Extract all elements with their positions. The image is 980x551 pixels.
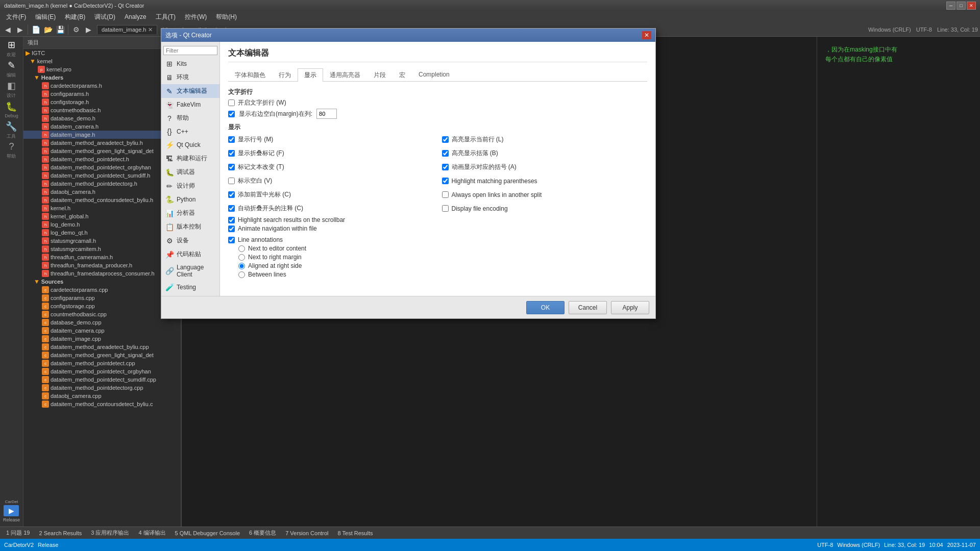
activity-welcome[interactable]: ⊞ 欢迎 bbox=[2, 39, 21, 58]
tree-dataitem-method-green-h[interactable]: hdataitem_method_green_light_signal_det bbox=[23, 147, 181, 155]
tree-kernel[interactable]: ▼ kernel bbox=[23, 57, 181, 65]
tree-countmethodbasic-cpp[interactable]: ccountmethodbasic.cpp bbox=[23, 310, 181, 318]
bottom-tab-version[interactable]: 7 Version Control bbox=[281, 529, 332, 537]
activity-debug[interactable]: 🐛 Debug bbox=[2, 100, 21, 119]
menu-analyze[interactable]: Analyze bbox=[120, 12, 151, 21]
tree-configstorage-cpp[interactable]: cconfigstorage.cpp bbox=[23, 302, 181, 310]
tree-statusmgrcamall-h[interactable]: hstatusmgrcamall.h bbox=[23, 237, 181, 245]
tree-sources[interactable]: ▼ Sources bbox=[23, 278, 181, 286]
tree-log-demo-h[interactable]: hlog_demo.h bbox=[23, 220, 181, 229]
gaoliang-checkbox[interactable] bbox=[442, 136, 449, 143]
nav-cpp[interactable]: {} C++ bbox=[161, 125, 219, 138]
next-to-margin-radio[interactable] bbox=[238, 254, 245, 261]
tree-dataitem-method-point-org-h[interactable]: hdataitem_method_pointdetect_orgbyhan bbox=[23, 163, 181, 171]
tree-kernel-h[interactable]: hkernel.h bbox=[23, 204, 181, 212]
activity-design[interactable]: ◧ 设计 bbox=[2, 80, 21, 99]
aligned-right-radio[interactable] bbox=[238, 263, 245, 269]
toolbar-build-button[interactable]: ⚙ bbox=[70, 24, 82, 35]
tab-macros[interactable]: 宏 bbox=[393, 68, 412, 82]
activity-help[interactable]: ? 帮助 bbox=[2, 141, 21, 160]
apply-button[interactable]: Apply bbox=[611, 301, 649, 314]
tree-dataitem-method-point-sum-h[interactable]: hdataitem_method_pointdetect_sumdiff.h bbox=[23, 171, 181, 180]
tree-dataitem-method-point-h[interactable]: hdataitem_method_pointdetect.h bbox=[23, 155, 181, 163]
highlight-search-checkbox[interactable] bbox=[228, 217, 235, 223]
zheshu-checkbox[interactable] bbox=[228, 150, 235, 157]
tree-dataitem-contours-cpp[interactable]: cdataitem_method_contoursdetect_byliu.c bbox=[23, 400, 181, 408]
activity-tools[interactable]: 🔧 工具 bbox=[2, 120, 21, 140]
tree-kernel-global-h[interactable]: hkernel_global.h bbox=[23, 212, 181, 220]
tree-dataitem-method-area-cpp[interactable]: cdataitem_method_areadetect_byliu.cpp bbox=[23, 343, 181, 351]
nav-environment[interactable]: 🖥 环境 bbox=[161, 70, 219, 84]
kai-wenzi-checkbox[interactable] bbox=[228, 99, 235, 106]
display-file-encoding-checkbox[interactable] bbox=[442, 205, 449, 212]
tree-configparams-cpp[interactable]: cconfigparams.cpp bbox=[23, 294, 181, 302]
tree-configstorage-h[interactable]: hconfigstorage.h bbox=[23, 98, 181, 106]
bottom-tab-app-output[interactable]: 3 应用程序输出 bbox=[87, 528, 133, 538]
margin-value-input[interactable] bbox=[316, 109, 337, 119]
menu-controls[interactable]: 控件(W) bbox=[181, 12, 211, 22]
nav-help[interactable]: ? 帮助 bbox=[161, 111, 219, 125]
nav-build-run[interactable]: 🏗 构建和运行 bbox=[161, 152, 219, 165]
tree-log-demo-qt-h[interactable]: hlog_demo_qt.h bbox=[23, 229, 181, 237]
donghua-checkbox[interactable] bbox=[442, 164, 449, 170]
nav-python[interactable]: 🐍 Python bbox=[161, 193, 219, 206]
nav-fakevim[interactable]: 👻 FakeVim bbox=[161, 98, 219, 111]
tab-font-colors[interactable]: 字体和颜色 bbox=[228, 68, 272, 82]
menu-help[interactable]: 帮助(H) bbox=[212, 12, 241, 22]
maximize-button[interactable]: □ bbox=[957, 2, 966, 10]
tree-dataitem-method-green-cpp[interactable]: cdataitem_method_green_light_signal_det bbox=[23, 351, 181, 359]
tree-igtc[interactable]: ▶ IGTC bbox=[23, 49, 181, 57]
biaoshi-konbai-checkbox[interactable] bbox=[228, 178, 235, 184]
menu-edit[interactable]: 编辑(E) bbox=[31, 12, 60, 22]
tree-database-demo-cpp[interactable]: cdatabase_demo.cpp bbox=[23, 318, 181, 327]
tab-generic-highlight[interactable]: 通用高亮器 bbox=[323, 68, 367, 82]
tree-dataitem-method-pointdetector-cpp[interactable]: cdataitem_method_pointdetectorg.cpp bbox=[23, 384, 181, 392]
toolbar-save-button[interactable]: 💾 bbox=[55, 24, 66, 35]
tree-dataitem-camera-cpp[interactable]: cdataitem_camera.cpp bbox=[23, 327, 181, 335]
filter-input[interactable] bbox=[163, 46, 217, 55]
tree-dataitem-image-cpp[interactable]: cdataitem_image.cpp bbox=[23, 335, 181, 343]
gaoliang-tupian-checkbox[interactable] bbox=[442, 150, 449, 157]
nav-language-client[interactable]: 🔗 Language Client bbox=[161, 261, 219, 281]
tree-threadfun-framedata-h[interactable]: hthreadfun_framedata_producer.h bbox=[23, 261, 181, 269]
tree-threadfun-cameramain-h[interactable]: hthreadfun_cameramain.h bbox=[23, 253, 181, 261]
nav-designer[interactable]: ✏ 设计师 bbox=[161, 179, 219, 193]
bottom-tab-compile[interactable]: 4 编译输出 bbox=[134, 528, 169, 538]
animate-navigation-checkbox[interactable] bbox=[228, 226, 235, 232]
tree-dataitem-contours-h[interactable]: hdataitem_method_contoursdetect_byliu.h bbox=[23, 196, 181, 204]
dialog-close-button[interactable]: ✕ bbox=[642, 31, 651, 39]
cancel-button[interactable]: Cancel bbox=[569, 301, 607, 314]
tree-dataitem-method-point-cpp[interactable]: cdataitem_method_pointdetect.cpp bbox=[23, 359, 181, 367]
ok-button[interactable]: OK bbox=[526, 301, 565, 314]
tree-threadfun-framedataprocess-h[interactable]: hthreadfun_framedataprocess_consumer.h bbox=[23, 269, 181, 278]
nav-debugger[interactable]: 🐛 调试器 bbox=[161, 165, 219, 179]
nav-kits[interactable]: ⊞ Kits bbox=[161, 57, 219, 70]
close-button[interactable]: ✕ bbox=[967, 2, 976, 10]
bottom-tab-qml[interactable]: 5 QML Debugger Console bbox=[171, 529, 244, 537]
tianjia-guangbiao-checkbox[interactable] bbox=[228, 191, 235, 198]
toolbar-run-button[interactable]: ▶ bbox=[83, 24, 94, 35]
tree-cardetectorparams-cpp[interactable]: ccardetectorparams.cpp bbox=[23, 286, 181, 294]
activity-edit[interactable]: ✎ 编辑 bbox=[2, 59, 21, 79]
tree-dataitem-method-point-sum-cpp[interactable]: cdataitem_method_pointdetect_sumdiff.cpp bbox=[23, 375, 181, 384]
project-tree[interactable]: ▶ IGTC ▼ kernel p kernel.pro ▼ Headers bbox=[23, 49, 181, 527]
between-lines-radio[interactable] bbox=[238, 271, 245, 278]
xianshi-biankong-checkbox[interactable] bbox=[228, 111, 235, 117]
toolbar-new-button[interactable]: 📄 bbox=[30, 24, 41, 35]
tree-dataitem-method-pointdetector-h[interactable]: hdataitem_method_pointdetectorg.h bbox=[23, 180, 181, 188]
tree-dataobj-camera-cpp[interactable]: cdataobj_camera.cpp bbox=[23, 392, 181, 400]
nav-analyzer[interactable]: 📊 分析器 bbox=[161, 206, 219, 220]
nav-version-control[interactable]: 📋 版本控制 bbox=[161, 220, 219, 234]
tree-dataitem-method-area-h[interactable]: hdataitem_method_areadetect_byliu.h bbox=[23, 139, 181, 147]
tree-countmethodbasic-h[interactable]: hcountmethodbasic.h bbox=[23, 106, 181, 114]
menu-build[interactable]: 构建(B) bbox=[61, 12, 89, 22]
tree-dataitem-image-h[interactable]: hdataitem_image.h bbox=[23, 131, 181, 139]
tree-dataitem-method-point-org-cpp[interactable]: cdataitem_method_pointdetect_orgbyhan bbox=[23, 367, 181, 375]
menu-file[interactable]: 文件(F) bbox=[2, 12, 30, 22]
bottom-tab-test[interactable]: 8 Test Results bbox=[334, 529, 377, 537]
bottom-tab-problems[interactable]: 1 问题 19 bbox=[2, 528, 34, 538]
nav-code-paste[interactable]: 📌 代码粘贴 bbox=[161, 247, 219, 261]
toolbar-forward-button[interactable]: ▶ bbox=[14, 24, 26, 35]
tab-display[interactable]: 显示 bbox=[298, 68, 323, 82]
bottom-tab-search[interactable]: 2 Search Results bbox=[35, 529, 86, 537]
